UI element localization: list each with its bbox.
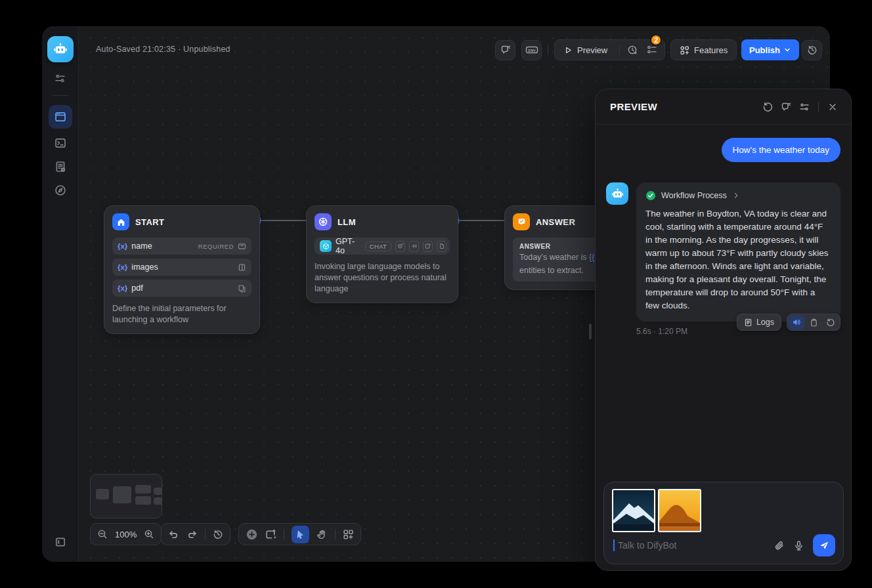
hand-tool[interactable] bbox=[316, 529, 328, 540]
regenerate-button[interactable] bbox=[823, 315, 839, 329]
collapse-sidebar-icon[interactable] bbox=[51, 533, 70, 551]
required-badge: REQUIRED bbox=[198, 243, 234, 250]
chevron-right-icon bbox=[732, 192, 740, 200]
chevron-down-icon bbox=[783, 46, 791, 54]
canvas-scrollbar[interactable] bbox=[589, 324, 592, 339]
voice-input-icon[interactable] bbox=[793, 540, 804, 551]
preview-run-button[interactable]: Preview bbox=[555, 45, 617, 55]
openai-icon bbox=[320, 240, 332, 252]
left-sidebar bbox=[42, 26, 79, 562]
sidebar-item-logs[interactable] bbox=[51, 158, 70, 176]
node-llm-description: Invoking large language models to answer… bbox=[315, 261, 450, 295]
variable-icon: {x} bbox=[118, 263, 127, 271]
env-variables-button[interactable]: ENV bbox=[521, 40, 542, 60]
history-controls bbox=[161, 523, 230, 545]
image-input-icon bbox=[423, 241, 433, 252]
document-icon bbox=[437, 241, 447, 252]
minimap[interactable] bbox=[90, 474, 162, 518]
chat-input[interactable] bbox=[618, 540, 765, 551]
close-icon[interactable] bbox=[823, 98, 842, 116]
model-name: GPT-4o bbox=[336, 237, 357, 255]
vision-icon bbox=[395, 241, 405, 252]
pointer-tool[interactable] bbox=[292, 526, 309, 543]
field-label: images bbox=[131, 262, 158, 272]
node-llm-title: LLM bbox=[338, 217, 356, 227]
preview-title: PREVIEW bbox=[610, 101, 758, 112]
zoom-level[interactable]: 100% bbox=[115, 530, 137, 539]
refresh-conversation-icon[interactable] bbox=[758, 98, 777, 116]
sliders-icon[interactable] bbox=[51, 69, 70, 87]
add-node-icon[interactable] bbox=[246, 528, 258, 541]
node-start-title: START bbox=[135, 217, 164, 227]
redo-icon[interactable] bbox=[186, 529, 198, 540]
orange-mountain-image bbox=[659, 490, 700, 531]
env-label: ENV bbox=[528, 49, 536, 52]
user-message-bubble: How's the weather today bbox=[722, 138, 840, 162]
start-field-pdf[interactable]: {x} pdf bbox=[112, 280, 251, 297]
change-history-icon[interactable] bbox=[213, 529, 223, 539]
add-note-icon[interactable] bbox=[265, 529, 276, 540]
edge-llm-answer bbox=[458, 220, 504, 221]
preview-header: PREVIEW bbox=[596, 89, 851, 125]
answer-icon bbox=[513, 213, 530, 230]
node-start[interactable]: START {x} name REQUIRED {x} images bbox=[104, 205, 260, 334]
message-actions bbox=[787, 314, 840, 331]
features-button[interactable]: Features bbox=[670, 39, 737, 60]
chat-area: How's the weather today Workflow Process… bbox=[596, 125, 851, 570]
zoom-controls: 100% bbox=[90, 523, 162, 545]
chat-restart-icon-button[interactable] bbox=[495, 40, 515, 60]
zoom-in-icon[interactable] bbox=[144, 529, 154, 539]
publish-button[interactable]: Publish bbox=[741, 39, 799, 60]
llm-model-row[interactable]: GPT-4o CHAT bbox=[315, 238, 450, 255]
canvas-tools bbox=[238, 523, 361, 545]
text-cursor bbox=[613, 539, 615, 551]
attachment-thumbnail-orange-mountain[interactable] bbox=[658, 489, 701, 532]
new-chat-icon[interactable] bbox=[777, 98, 795, 116]
organize-nodes-icon[interactable] bbox=[343, 529, 354, 540]
preview-panel: PREVIEW How's the weather today Workfl bbox=[595, 89, 852, 571]
node-start-description: Define the initial parameters for launch… bbox=[112, 303, 251, 326]
paragraph-icon bbox=[238, 263, 246, 272]
attach-file-icon[interactable] bbox=[774, 540, 785, 551]
text-to-speech-button[interactable] bbox=[789, 315, 804, 329]
logs-button[interactable]: Logs bbox=[737, 314, 781, 331]
bot-avatar-robot bbox=[606, 182, 628, 205]
copy-button[interactable] bbox=[806, 315, 821, 329]
version-history-button[interactable] bbox=[802, 40, 822, 60]
sidebar-item-monitoring[interactable] bbox=[51, 181, 70, 200]
variable-icon: {x} bbox=[118, 284, 127, 292]
home-icon bbox=[112, 213, 129, 230]
message-meta: 5.6s · 1:20 PM bbox=[636, 327, 687, 336]
logs-icon bbox=[744, 318, 752, 327]
chat-settings-icon[interactable] bbox=[795, 98, 814, 116]
app-avatar-robot[interactable] bbox=[47, 36, 74, 62]
file-copy-icon bbox=[238, 284, 246, 293]
autosave-status: Auto-Saved 21:02:35 · Unpublished bbox=[96, 45, 230, 54]
zoom-out-icon[interactable] bbox=[97, 529, 108, 539]
run-group: Preview 2 bbox=[554, 39, 665, 60]
chat-input-box bbox=[603, 482, 844, 564]
play-icon bbox=[564, 46, 573, 54]
variable-icon: {x} bbox=[118, 242, 127, 250]
send-button[interactable] bbox=[813, 534, 835, 556]
workflow-process-toggle[interactable]: Workflow Process bbox=[645, 190, 831, 201]
run-history-icon-button[interactable] bbox=[622, 40, 642, 60]
undo-icon[interactable] bbox=[168, 529, 179, 540]
text-input-icon bbox=[238, 242, 246, 251]
start-field-images[interactable]: {x} images bbox=[112, 259, 251, 276]
llm-icon bbox=[315, 213, 332, 230]
field-label: pdf bbox=[131, 284, 142, 293]
sidebar-item-api[interactable] bbox=[51, 134, 70, 152]
publish-status: Unpublished bbox=[183, 45, 230, 54]
workflow-process-label: Workflow Process bbox=[661, 191, 727, 200]
success-check-icon bbox=[645, 190, 656, 201]
bot-message-card: Workflow Process The weather in Boydton,… bbox=[636, 182, 840, 322]
sidebar-divider bbox=[53, 95, 68, 96]
audio-icon bbox=[409, 241, 419, 252]
bot-message-text: The weather in Boydton, VA today is clea… bbox=[645, 207, 831, 312]
attachment-thumbnail-blue-mountain[interactable] bbox=[612, 489, 655, 532]
start-field-name[interactable]: {x} name REQUIRED bbox=[112, 238, 251, 255]
node-llm[interactable]: LLM GPT-4o CHAT bbox=[306, 205, 458, 303]
sidebar-item-orchestrate[interactable] bbox=[49, 105, 72, 129]
node-answer-title: ANSWER bbox=[536, 217, 575, 227]
